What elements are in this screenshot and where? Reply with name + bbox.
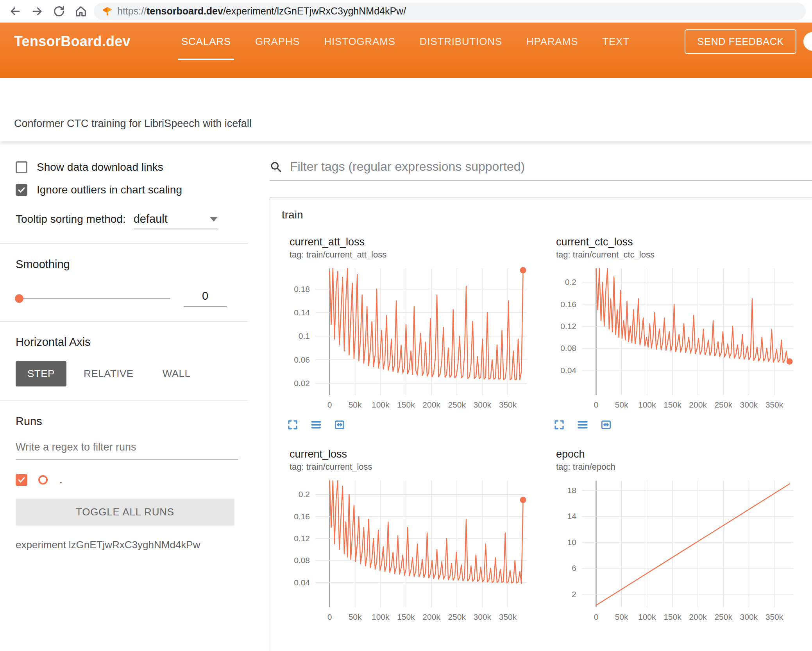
runs-filter-input[interactable] bbox=[16, 437, 238, 460]
svg-text:100k: 100k bbox=[372, 612, 390, 621]
chart-tag: tag: train/current_loss bbox=[290, 462, 546, 472]
svg-text:0.04: 0.04 bbox=[294, 578, 310, 587]
site-icon bbox=[102, 6, 113, 16]
main-nav: SCALARS GRAPHS HISTOGRAMS DISTRIBUTIONS … bbox=[181, 23, 630, 60]
svg-text:250k: 250k bbox=[448, 612, 466, 621]
svg-text:350k: 350k bbox=[499, 400, 517, 409]
experiment-id-caption: experiment lzGnETjwRxC3yghNMd4kPw bbox=[16, 539, 238, 551]
smoothing-slider[interactable] bbox=[16, 298, 170, 299]
svg-text:350k: 350k bbox=[765, 612, 783, 621]
scalar-chart[interactable]: 050k100k150k200k250k300k350k0.040.080.12… bbox=[546, 265, 800, 411]
back-icon[interactable] bbox=[6, 2, 24, 20]
smoothing-slider-thumb[interactable] bbox=[15, 294, 23, 303]
ignore-outliers-checkbox[interactable] bbox=[16, 184, 27, 196]
scalar-chart[interactable]: 050k100k150k200k250k300k350k26101418 bbox=[546, 477, 800, 624]
divider bbox=[0, 321, 248, 322]
svg-text:0.1: 0.1 bbox=[299, 331, 310, 340]
tab-histograms[interactable]: HISTOGRAMS bbox=[324, 23, 395, 60]
svg-text:50k: 50k bbox=[615, 612, 628, 621]
chart-title: current_att_loss bbox=[290, 236, 546, 248]
fit-domain-icon[interactable] bbox=[600, 418, 612, 431]
reload-icon[interactable] bbox=[50, 2, 68, 20]
svg-text:0.06: 0.06 bbox=[294, 355, 310, 364]
tab-graphs[interactable]: GRAPHS bbox=[255, 23, 300, 60]
chart-block-current-att-loss: current_att_loss tag: train/current_att_… bbox=[279, 236, 546, 431]
svg-text:100k: 100k bbox=[372, 400, 390, 409]
svg-text:50k: 50k bbox=[615, 400, 628, 409]
chart-block-epoch: epoch tag: train/epoch 050k100k150k200k2… bbox=[546, 448, 812, 625]
run-list-item: . bbox=[16, 474, 238, 486]
send-feedback-button[interactable]: SEND FEEDBACK bbox=[685, 29, 796, 54]
svg-text:0.12: 0.12 bbox=[294, 534, 310, 543]
settings-sidebar: Show data download links Ignore outliers… bbox=[0, 141, 254, 651]
tag-filter bbox=[270, 159, 812, 181]
toggle-y-axis-icon[interactable] bbox=[576, 418, 589, 431]
train-card: train current_att_loss tag: train/curren… bbox=[270, 197, 812, 651]
svg-text:0.16: 0.16 bbox=[294, 512, 310, 521]
fullscreen-icon[interactable] bbox=[286, 418, 299, 431]
svg-text:150k: 150k bbox=[397, 612, 415, 621]
show-download-links-label: Show data download links bbox=[37, 161, 163, 173]
scalar-chart[interactable]: 050k100k150k200k250k300k350k0.020.060.10… bbox=[279, 265, 533, 411]
show-download-links-checkbox[interactable] bbox=[16, 161, 27, 173]
url-scheme: https:// bbox=[117, 5, 147, 16]
axis-wall-button[interactable]: WALL bbox=[151, 361, 202, 386]
fullscreen-icon[interactable] bbox=[553, 418, 565, 431]
divider bbox=[0, 243, 248, 244]
svg-text:100k: 100k bbox=[638, 400, 656, 409]
svg-text:200k: 200k bbox=[689, 612, 707, 621]
axis-relative-button[interactable]: RELATIVE bbox=[72, 361, 145, 386]
tooltip-sorting-select[interactable]: default bbox=[134, 213, 218, 229]
chart-tag: tag: train/current_ctc_loss bbox=[556, 250, 812, 260]
svg-text:250k: 250k bbox=[714, 400, 732, 409]
svg-text:0: 0 bbox=[327, 400, 332, 409]
chart-block-current-loss: current_loss tag: train/current_loss 050… bbox=[279, 448, 546, 625]
svg-text:0: 0 bbox=[327, 612, 332, 621]
svg-text:250k: 250k bbox=[714, 612, 732, 621]
tab-distributions[interactable]: DISTRIBUTIONS bbox=[420, 23, 502, 60]
toggle-y-axis-icon[interactable] bbox=[310, 418, 322, 431]
svg-text:300k: 300k bbox=[474, 612, 492, 621]
smoothing-label: Smoothing bbox=[16, 258, 238, 271]
card-title[interactable]: train bbox=[270, 198, 812, 230]
address-bar[interactable]: https://tensorboard.dev/experiment/lzGnE… bbox=[94, 3, 806, 20]
forward-icon[interactable] bbox=[28, 2, 46, 20]
svg-text:350k: 350k bbox=[499, 612, 517, 621]
charts-grid: current_att_loss tag: train/current_att_… bbox=[270, 230, 812, 625]
runs-label: Runs bbox=[16, 415, 238, 428]
run-color-swatch bbox=[38, 475, 48, 485]
svg-text:0.2: 0.2 bbox=[299, 490, 310, 499]
fit-domain-icon[interactable] bbox=[333, 418, 346, 431]
run-checkbox[interactable] bbox=[16, 474, 27, 486]
svg-text:0.04: 0.04 bbox=[560, 366, 576, 375]
toggle-all-runs-button[interactable]: TOGGLE ALL RUNS bbox=[16, 499, 234, 526]
smoothing-value-input[interactable]: 0 bbox=[184, 290, 227, 307]
chart-tag: tag: train/epoch bbox=[556, 462, 812, 472]
svg-text:300k: 300k bbox=[740, 400, 758, 409]
chart-block-current-ctc-loss: current_ctc_loss tag: train/current_ctc_… bbox=[546, 236, 812, 431]
home-icon[interactable] bbox=[72, 2, 90, 20]
tooltip-sorting-value: default bbox=[134, 213, 168, 225]
run-name: . bbox=[59, 474, 63, 486]
experiment-title-band: Conformer CTC training for LibriSpeech w… bbox=[0, 78, 812, 141]
tab-text[interactable]: TEXT bbox=[602, 23, 630, 60]
svg-text:0.16: 0.16 bbox=[560, 300, 576, 309]
scalar-chart[interactable]: 050k100k150k200k250k300k350k0.040.080.12… bbox=[279, 477, 533, 624]
svg-text:6: 6 bbox=[572, 563, 576, 572]
svg-text:0.08: 0.08 bbox=[294, 556, 310, 565]
tab-hparams[interactable]: HPARAMS bbox=[526, 23, 578, 60]
svg-text:0.14: 0.14 bbox=[294, 308, 310, 317]
svg-text:100k: 100k bbox=[638, 612, 656, 621]
svg-text:0.2: 0.2 bbox=[565, 277, 576, 286]
svg-text:0.12: 0.12 bbox=[560, 322, 576, 331]
browser-chrome: https://tensorboard.dev/experiment/lzGnE… bbox=[0, 0, 812, 23]
tab-scalars[interactable]: SCALARS bbox=[181, 23, 231, 60]
svg-text:14: 14 bbox=[567, 512, 577, 520]
account-circle[interactable] bbox=[803, 32, 812, 51]
svg-text:0.02: 0.02 bbox=[294, 379, 310, 388]
chart-tag: tag: train/current_att_loss bbox=[290, 250, 546, 260]
chart-title: current_ctc_loss bbox=[556, 236, 812, 248]
tag-filter-input[interactable] bbox=[290, 159, 812, 174]
axis-step-button[interactable]: STEP bbox=[16, 361, 66, 386]
search-icon bbox=[270, 161, 282, 173]
